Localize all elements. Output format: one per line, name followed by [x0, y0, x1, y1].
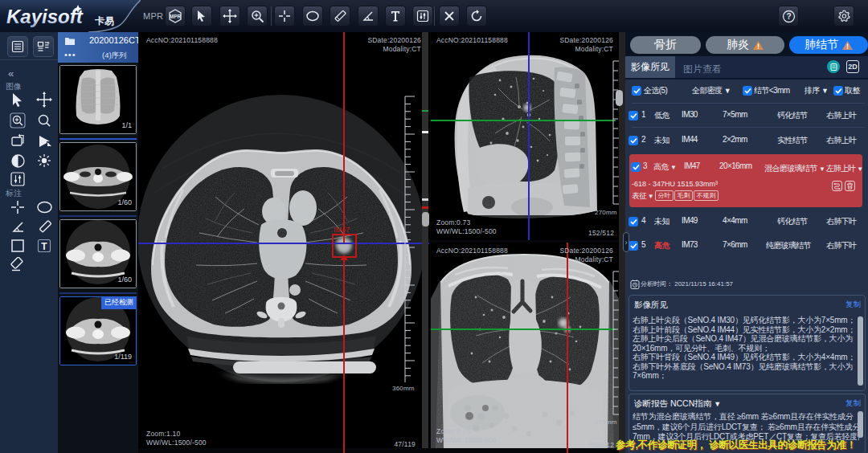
svg-text:x: x — [47, 40, 50, 45]
svg-text:T: T — [41, 241, 47, 252]
svg-text:卡易: 卡易 — [95, 15, 114, 27]
svg-text:?: ? — [786, 12, 791, 21]
svg-text:Kayisoft: Kayisoft — [6, 6, 84, 27]
svg-text:MPR: MPR — [170, 14, 182, 19]
